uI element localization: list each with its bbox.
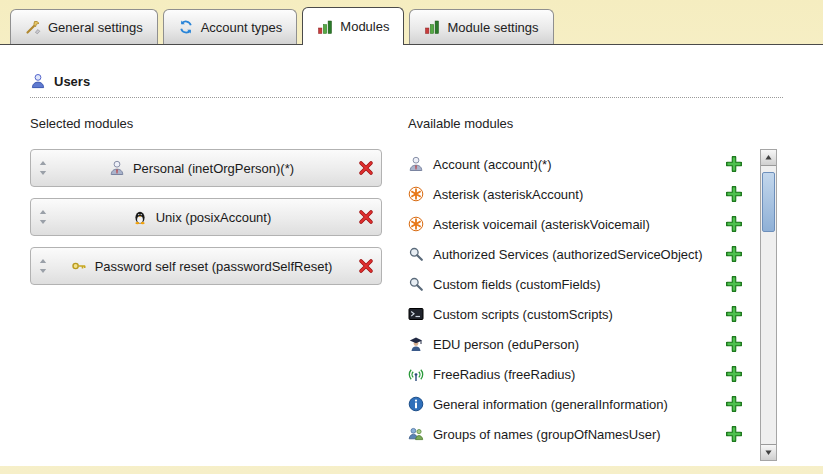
available-module-row: Authorized Services (authorizedServiceOb…	[408, 239, 752, 269]
add-module-button[interactable]	[726, 246, 742, 262]
module-label: Unix (posixAccount)	[156, 210, 272, 225]
users-icon	[30, 73, 46, 89]
add-module-button[interactable]	[726, 306, 742, 322]
available-module-row: Custom scripts (customScripts)	[408, 299, 752, 329]
module-info: Personal (inetOrgPerson)(*)	[48, 160, 355, 176]
available-module-row: Groups of names (groupOfNamesUser)	[408, 419, 752, 449]
add-module-button[interactable]	[726, 336, 742, 352]
scroll-thumb[interactable]	[762, 172, 775, 232]
section-header: Users	[30, 73, 783, 98]
available-modules-column: Available modules Account (account)(*)As…	[408, 116, 823, 461]
available-module-row: Custom fields (customFields)	[408, 269, 752, 299]
arrow-up-icon	[764, 153, 773, 162]
arrow-down-icon	[764, 448, 773, 457]
module-label: Authorized Services (authorizedServiceOb…	[433, 247, 717, 262]
module-info: Unix (posixAccount)	[48, 209, 355, 225]
graduate-icon	[408, 336, 424, 352]
drag-handle-icon[interactable]	[38, 209, 48, 225]
scroll-up-button[interactable]	[761, 150, 776, 166]
add-module-button[interactable]	[726, 426, 742, 442]
add-module-button[interactable]	[726, 156, 742, 172]
tab-label: Modules	[340, 19, 389, 34]
available-modules-heading: Available modules	[408, 116, 777, 131]
asterisk-icon	[408, 186, 424, 202]
remove-module-button[interactable]	[358, 209, 374, 225]
module-label: Personal (inetOrgPerson)(*)	[133, 161, 294, 176]
module-label: Groups of names (groupOfNamesUser)	[433, 427, 717, 442]
drag-handle-icon[interactable]	[38, 160, 48, 176]
add-module-button[interactable]	[726, 186, 742, 202]
tools-icon	[25, 19, 41, 35]
add-module-button[interactable]	[726, 276, 742, 292]
person-icon	[408, 156, 424, 172]
module-label: General information (generalInformation)	[433, 397, 717, 412]
info-icon	[408, 396, 424, 412]
lam-configuration-page: { "tabs": [ {"label": "General settings"…	[0, 0, 823, 474]
module-label: Custom fields (customFields)	[433, 277, 717, 292]
section-title: Users	[54, 74, 90, 89]
asterisk-icon	[408, 216, 424, 232]
tab-bar: General settingsAccount typesModulesModu…	[0, 0, 823, 44]
tab-general-settings[interactable]: General settings	[10, 9, 158, 44]
person-icon	[109, 160, 125, 176]
available-module-row: EDU person (eduPerson)	[408, 329, 752, 359]
tab-account-types[interactable]: Account types	[163, 9, 298, 44]
add-module-button[interactable]	[726, 366, 742, 382]
selected-module-item[interactable]: Personal (inetOrgPerson)(*)	[30, 149, 382, 187]
tab-label: Module settings	[447, 20, 538, 35]
magnifier-icon	[408, 276, 424, 292]
module-label: FreeRadius (freeRadius)	[433, 367, 717, 382]
group-icon	[408, 426, 424, 442]
scroll-track[interactable]	[761, 166, 776, 444]
scrollbar[interactable]	[760, 149, 777, 461]
scroll-down-button[interactable]	[761, 444, 776, 460]
tab-modules[interactable]: Modules	[302, 7, 404, 45]
module-label: EDU person (eduPerson)	[433, 337, 717, 352]
tab-module-settings[interactable]: Module settings	[409, 9, 553, 44]
selected-modules-column: Selected modules Personal (inetOrgPerson…	[30, 116, 382, 461]
tab-label: General settings	[48, 20, 143, 35]
available-module-row: Asterisk voicemail (asteriskVoicemail)	[408, 209, 752, 239]
key-icon	[71, 258, 87, 274]
available-module-row: FreeRadius (freeRadius)	[408, 359, 752, 389]
terminal-icon	[408, 306, 424, 322]
module-label: Asterisk (asteriskAccount)	[433, 187, 717, 202]
selected-modules-list: Personal (inetOrgPerson)(*)Unix (posixAc…	[30, 149, 382, 285]
remove-module-button[interactable]	[358, 258, 374, 274]
chart-icon	[317, 19, 333, 35]
magnifier-icon	[408, 246, 424, 262]
remove-module-button[interactable]	[358, 160, 374, 176]
add-module-button[interactable]	[726, 396, 742, 412]
penguin-icon	[132, 209, 148, 225]
add-module-button[interactable]	[726, 216, 742, 232]
selected-modules-heading: Selected modules	[30, 116, 382, 131]
selected-module-item[interactable]: Unix (posixAccount)	[30, 198, 382, 236]
available-module-row: General information (generalInformation)	[408, 389, 752, 419]
antenna-icon	[408, 366, 424, 382]
module-label: Password self reset (passwordSelfReset)	[95, 259, 333, 274]
chart-icon	[424, 19, 440, 35]
module-label: Asterisk voicemail (asteriskVoicemail)	[433, 217, 717, 232]
content-panel: Users Selected modules Personal (inetOrg…	[0, 44, 823, 466]
available-modules-area: Account (account)(*)Asterisk (asteriskAc…	[408, 149, 777, 461]
available-module-row: Account (account)(*)	[408, 149, 752, 179]
tab-list: General settingsAccount typesModulesModu…	[10, 7, 554, 44]
available-module-row: Asterisk (asteriskAccount)	[408, 179, 752, 209]
module-label: Custom scripts (customScripts)	[433, 307, 717, 322]
module-info: Password self reset (passwordSelfReset)	[48, 258, 355, 274]
drag-handle-icon[interactable]	[38, 258, 48, 274]
module-label: Account (account)(*)	[433, 157, 717, 172]
modules-columns: Selected modules Personal (inetOrgPerson…	[30, 116, 823, 461]
selected-module-item[interactable]: Password self reset (passwordSelfReset)	[30, 247, 382, 285]
refresh-icon	[178, 19, 194, 35]
available-modules-list: Account (account)(*)Asterisk (asteriskAc…	[408, 149, 752, 449]
tab-label: Account types	[201, 20, 283, 35]
